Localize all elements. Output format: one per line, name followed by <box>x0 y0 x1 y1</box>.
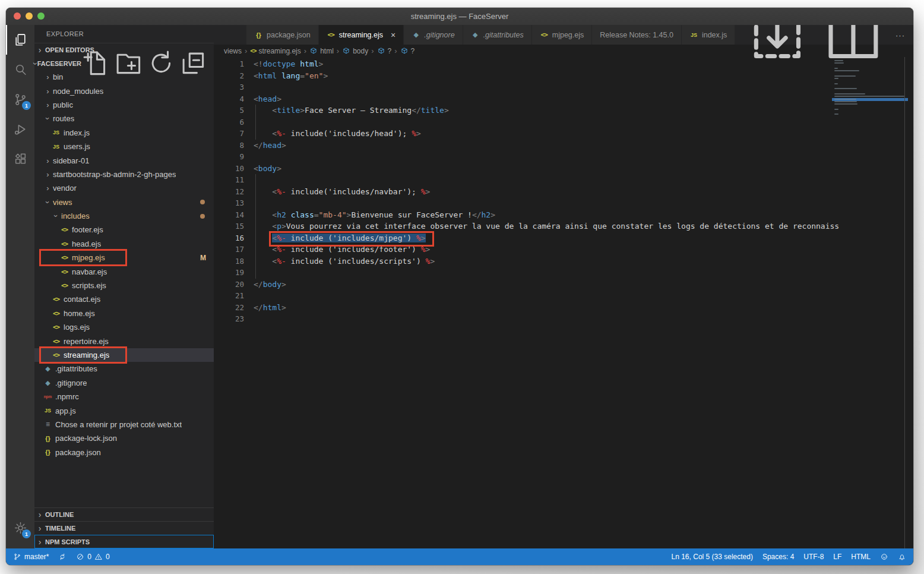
line-number: 3 <box>214 81 244 93</box>
status-problems[interactable]: 00 <box>76 553 109 561</box>
tab-release-notes-1.45.0[interactable]: Release Notes: 1.45.0 <box>592 25 682 45</box>
code-line-8: 8</head> <box>214 140 834 152</box>
selection-highlight: <%- include ('includes/mjpeg') %> <box>272 234 425 242</box>
tab-mjpeg.ejs[interactable]: <>mjpeg.ejs <box>532 25 593 45</box>
tree-item-head.ejs[interactable]: <>head.ejs <box>34 237 214 251</box>
badge: 1 <box>22 101 31 110</box>
line-text: <body> <box>244 163 281 175</box>
text-icon: ≡ <box>43 420 53 428</box>
tree-item-sidebar-01[interactable]: ›sidebar-01 <box>34 153 214 167</box>
tree-item-contact.ejs[interactable]: <>contact.ejs <box>34 292 214 306</box>
more-actions-button[interactable]: ··· <box>895 30 905 40</box>
sidebar-section-npm-scripts[interactable]: ›NPM SCRIPTS <box>34 535 214 548</box>
sidebar-section-outline[interactable]: ›OUTLINE <box>34 507 214 521</box>
project-section-header[interactable]: › FACESERVER <box>34 56 214 70</box>
tree-item-.gitattributes[interactable]: ◆.gitattributes <box>34 362 214 376</box>
tab-index.js[interactable]: JSindex.js <box>682 25 735 45</box>
breadcrumb-item-?[interactable]: ? <box>400 47 415 55</box>
status-notifications[interactable] <box>898 553 906 561</box>
chevron-right-icon: › <box>43 170 53 179</box>
zoom-window-button[interactable] <box>37 12 45 20</box>
window-controls <box>14 12 45 20</box>
tree-item-footer.ejs[interactable]: <>footer.ejs <box>34 223 214 236</box>
tree-item-navbar.ejs[interactable]: <>navbar.ejs <box>34 264 214 278</box>
minimap-line <box>834 103 857 105</box>
tab-bar-spacer <box>214 25 246 45</box>
title-bar[interactable]: streaming.ejs — FaceServer <box>6 8 913 25</box>
tree-item-home.ejs[interactable]: <>home.ejs <box>34 307 214 320</box>
tree-item-users.js[interactable]: JSusers.js <box>34 140 214 153</box>
indent-guide <box>255 256 256 267</box>
tree-item-repertoire.ejs[interactable]: <>repertoire.ejs <box>34 334 214 348</box>
tree-item-label: scripts.ejs <box>72 281 106 290</box>
close-tab-icon[interactable]: × <box>391 31 395 39</box>
tree-item-node-modules[interactable]: ›node_modules <box>34 84 214 97</box>
status-text: UTF-8 <box>803 553 824 561</box>
status-cursor-position[interactable]: Ln 16, Col 5 (33 selected) <box>672 553 753 561</box>
tree-item-bin[interactable]: ›bin <box>34 70 214 84</box>
breadcrumb-item-views[interactable]: views <box>224 47 242 55</box>
tree-item-.npmrc[interactable]: npm.npmrc <box>34 390 214 403</box>
tree-item-.gitignore[interactable]: ◆.gitignore <box>34 376 214 390</box>
breadcrumb-item-html[interactable]: html <box>309 47 334 55</box>
tree-item-label: users.js <box>64 142 90 151</box>
activity-item-extensions[interactable] <box>6 144 34 174</box>
close-window-button[interactable] <box>14 12 21 20</box>
tab-streaming.ejs[interactable]: <>streaming.ejs× <box>319 25 404 45</box>
section-label: TIMELINE <box>45 525 75 532</box>
breadcrumb-item-body[interactable]: body <box>342 47 368 55</box>
ejs-icon: <> <box>51 310 61 317</box>
line-number: 2 <box>214 70 244 82</box>
minimap[interactable] <box>834 59 904 548</box>
tree-item-public[interactable]: ›public <box>34 98 214 112</box>
activity-item-search[interactable] <box>6 55 34 84</box>
tree-item-startbootstrap-sb-admin-2-gh-pages[interactable]: ›startbootstrap-sb-admin-2-gh-pages <box>34 168 214 181</box>
tab-.gitignore[interactable]: ◆.gitignore <box>404 25 463 45</box>
status-encoding[interactable]: UTF-8 <box>803 553 824 561</box>
tree-item-index.js[interactable]: JSindex.js <box>34 126 214 140</box>
tree-item-chose-a-retenir-pr-projet-cot-web.txt[interactable]: ≡Chose a retenir pr projet coté web.txt <box>34 418 214 431</box>
json-icon: {} <box>254 31 263 39</box>
status-text: Spaces: 4 <box>762 553 794 561</box>
status-language-mode[interactable]: HTML <box>851 553 871 561</box>
status-sync[interactable] <box>58 553 67 561</box>
editor-scrollbar[interactable] <box>904 57 913 548</box>
manage-button[interactable]: 1 <box>6 513 34 543</box>
minimize-window-button[interactable] <box>26 12 33 20</box>
breadcrumb[interactable]: views›<>streaming.ejs›html›body›?›? <box>214 45 913 57</box>
indent-guide <box>255 174 256 186</box>
minimap-line <box>834 68 838 69</box>
breadcrumb-item-streaming.ejs[interactable]: <>streaming.ejs <box>250 47 300 55</box>
tree-item-label: routes <box>53 114 74 123</box>
breadcrumb-item-?[interactable]: ? <box>377 47 392 55</box>
status-eol[interactable]: LF <box>833 553 841 561</box>
tree-item-label: repertoire.ejs <box>64 337 109 346</box>
tree-item-routes[interactable]: ›routes <box>34 112 214 125</box>
status-git-branch[interactable]: master* <box>13 553 49 561</box>
tab-package.json[interactable]: {}package.json <box>246 25 319 45</box>
code-editor[interactable]: 1<!doctype html>2<html lang="en">34<head… <box>214 57 913 548</box>
tab-label: .gitattributes <box>483 31 524 39</box>
chevron-right-icon: › <box>43 184 53 193</box>
line-text <box>244 174 254 186</box>
tree-item-logs.ejs[interactable]: <>logs.ejs <box>34 320 214 334</box>
tree-item-package-lock.json[interactable]: {}package-lock.json <box>34 431 214 445</box>
tree-item-app.js[interactable]: JSapp.js <box>34 403 214 417</box>
tab-.gitattributes[interactable]: ◆.gitattributes <box>463 25 532 45</box>
tree-item-mjpeg.ejs[interactable]: <>mjpeg.ejsM <box>34 251 214 264</box>
tree-item-vendor[interactable]: ›vendor <box>34 181 214 195</box>
tree-item-includes[interactable]: ›includes <box>34 209 214 223</box>
tree-item-package.json[interactable]: {}package.json <box>34 446 214 459</box>
activity-item-run-debug[interactable] <box>6 114 34 144</box>
status-indentation[interactable]: Spaces: 4 <box>762 553 794 561</box>
ejs-icon: <> <box>51 351 61 359</box>
activity-item-source-control[interactable]: 1 <box>6 84 34 114</box>
status-feedback[interactable] <box>880 553 888 561</box>
sidebar-section-timeline[interactable]: ›TIMELINE <box>34 521 214 535</box>
activity-item-explorer[interactable] <box>6 25 34 55</box>
minimap-line <box>834 113 838 115</box>
line-text <box>244 290 254 302</box>
tree-item-scripts.ejs[interactable]: <>scripts.ejs <box>34 279 214 292</box>
tree-item-streaming.ejs[interactable]: <>streaming.ejs <box>34 348 214 362</box>
tree-item-views[interactable]: ›views <box>34 195 214 209</box>
